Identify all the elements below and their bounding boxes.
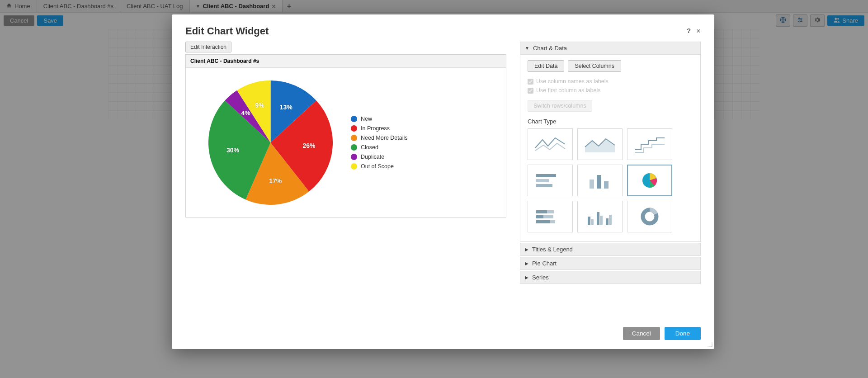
modal-header: Edit Chart Widget ? × bbox=[172, 14, 714, 42]
caret-right-icon: ▶ bbox=[525, 275, 528, 280]
pie-slice-label: 17% bbox=[269, 177, 282, 184]
legend-item[interactable]: Need More Details bbox=[351, 135, 408, 141]
caret-right-icon: ▶ bbox=[525, 247, 528, 252]
legend-item[interactable]: Closed bbox=[351, 144, 408, 151]
legend-swatch bbox=[351, 144, 357, 151]
pie-slice-label: 30% bbox=[226, 146, 239, 154]
svg-rect-15 bbox=[547, 210, 554, 213]
svg-marker-6 bbox=[585, 139, 615, 152]
chart-type-vbar[interactable] bbox=[577, 165, 623, 196]
svg-rect-11 bbox=[597, 175, 601, 189]
svg-rect-24 bbox=[606, 218, 609, 225]
chart-type-area[interactable] bbox=[577, 128, 623, 160]
section-label: Chart & Data bbox=[533, 45, 567, 52]
modal-done-button[interactable]: Done bbox=[665, 327, 701, 340]
svg-rect-14 bbox=[536, 210, 547, 213]
svg-rect-21 bbox=[591, 219, 594, 225]
close-modal-icon[interactable]: × bbox=[696, 27, 701, 36]
pie-slice-label: 26% bbox=[302, 142, 315, 149]
legend-label: New bbox=[361, 116, 372, 122]
chart-type-line[interactable] bbox=[528, 128, 573, 160]
chart-type-hbar-stack[interactable] bbox=[528, 201, 573, 232]
section-titles-legend[interactable]: ▶ Titles & Legend bbox=[520, 243, 700, 255]
svg-rect-22 bbox=[597, 212, 599, 225]
checkbox-label: Use first column as labels bbox=[536, 87, 600, 94]
select-columns-button[interactable]: Select Columns bbox=[568, 60, 621, 72]
legend-swatch bbox=[351, 154, 357, 160]
section-pie-chart[interactable]: ▶ Pie Chart bbox=[520, 257, 700, 269]
svg-rect-16 bbox=[536, 215, 543, 218]
section-label: Pie Chart bbox=[532, 260, 557, 267]
chart-legend: NewIn ProgressNeed More DetailsClosedDup… bbox=[351, 116, 408, 170]
legend-swatch bbox=[351, 163, 357, 170]
legend-label: Duplicate bbox=[361, 154, 384, 160]
legend-label: Closed bbox=[361, 144, 378, 151]
svg-rect-7 bbox=[536, 174, 556, 177]
edit-data-button[interactable]: Edit Data bbox=[528, 60, 564, 72]
svg-rect-25 bbox=[609, 215, 612, 225]
section-label: Titles & Legend bbox=[532, 246, 573, 253]
section-label: Series bbox=[532, 274, 549, 281]
pie-slice-label: 9% bbox=[255, 102, 264, 109]
edit-chart-widget-modal: Edit Chart Widget ? × Edit Interaction C… bbox=[172, 14, 714, 349]
legend-label: Out of Scope bbox=[361, 163, 394, 170]
chart-type-hbar[interactable] bbox=[528, 165, 573, 196]
help-icon[interactable]: ? bbox=[687, 27, 691, 36]
use-column-names-checkbox[interactable]: Use column names as labels bbox=[528, 78, 693, 85]
legend-swatch bbox=[351, 135, 357, 141]
resize-handle-icon[interactable] bbox=[707, 342, 712, 347]
svg-rect-8 bbox=[536, 179, 549, 182]
chart-type-grid bbox=[528, 128, 693, 232]
legend-label: In Progress bbox=[361, 125, 390, 132]
checkbox-input[interactable] bbox=[528, 88, 533, 94]
svg-rect-12 bbox=[604, 181, 609, 189]
svg-rect-20 bbox=[588, 217, 590, 225]
chart-type-pie[interactable] bbox=[627, 165, 672, 196]
chart-preview-card: Client ABC - Dashboard #s 13%26%17%30%4%… bbox=[185, 54, 506, 217]
section-series[interactable]: ▶ Series bbox=[520, 271, 700, 284]
modal-title: Edit Chart Widget bbox=[185, 25, 269, 37]
legend-item[interactable]: New bbox=[351, 116, 408, 122]
legend-label: Need More Details bbox=[361, 135, 408, 141]
section-chart-and-data[interactable]: ▼ Chart & Data bbox=[520, 42, 700, 54]
chart-type-label: Chart Type bbox=[528, 118, 693, 125]
svg-rect-9 bbox=[536, 184, 552, 187]
legend-item[interactable]: Out of Scope bbox=[351, 163, 408, 170]
chart-preview-title: Client ABC - Dashboard #s bbox=[186, 55, 506, 68]
chart-type-donut[interactable] bbox=[627, 201, 672, 232]
svg-rect-10 bbox=[590, 180, 594, 189]
pie-chart: 13%26%17%30%4%9% bbox=[208, 80, 333, 205]
checkbox-label: Use column names as labels bbox=[536, 78, 609, 85]
modal-cancel-button[interactable]: Cancel bbox=[623, 327, 660, 340]
edit-interaction-button[interactable]: Edit Interaction bbox=[185, 42, 231, 52]
pie-slice-label: 13% bbox=[280, 104, 292, 111]
use-first-column-checkbox[interactable]: Use first column as labels bbox=[528, 87, 693, 94]
legend-item[interactable]: In Progress bbox=[351, 125, 408, 132]
checkbox-input[interactable] bbox=[528, 79, 533, 85]
caret-right-icon: ▶ bbox=[525, 261, 528, 266]
pie-slice-label: 4% bbox=[241, 109, 250, 117]
svg-rect-18 bbox=[536, 220, 550, 223]
svg-rect-17 bbox=[543, 215, 553, 218]
switch-rows-columns-button[interactable]: Switch rows/columns bbox=[528, 100, 592, 112]
chart-type-step[interactable] bbox=[627, 128, 672, 160]
modal-footer: Cancel Done bbox=[172, 321, 714, 349]
chart-type-vbar-group[interactable] bbox=[577, 201, 623, 232]
svg-rect-23 bbox=[600, 216, 603, 225]
legend-item[interactable]: Duplicate bbox=[351, 154, 408, 160]
legend-swatch bbox=[351, 125, 357, 132]
caret-down-icon: ▼ bbox=[525, 46, 529, 51]
legend-swatch bbox=[351, 116, 357, 122]
svg-rect-19 bbox=[550, 220, 555, 223]
